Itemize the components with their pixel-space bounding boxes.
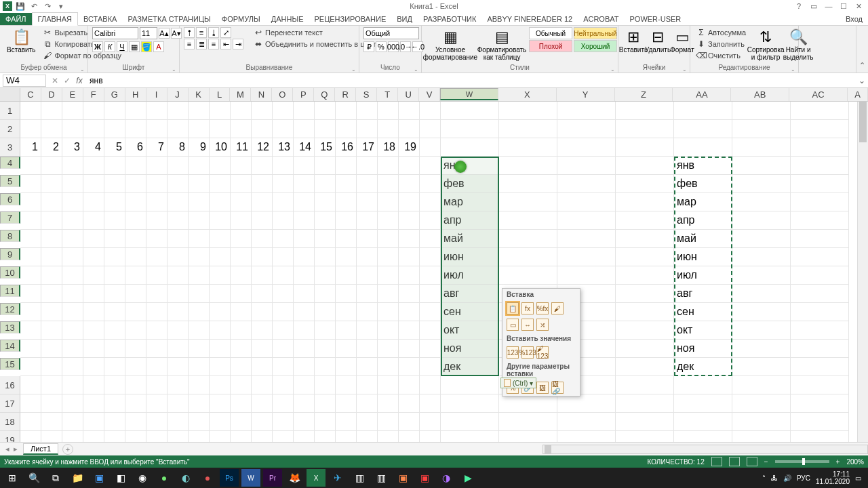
cell[interactable] [315,157,336,175]
cell[interactable] [357,321,378,340]
cell[interactable] [231,211,252,230]
cell[interactable] [557,431,616,442]
col-header-S[interactable]: S [356,88,377,101]
cell[interactable] [273,102,294,120]
cell[interactable] [616,376,674,394]
cell[interactable] [616,394,674,413]
cell[interactable]: 19 [399,138,420,157]
cell[interactable] [83,376,104,394]
cell[interactable] [616,303,674,321]
cell[interactable] [441,120,499,138]
cell[interactable] [20,230,41,248]
conditional-formatting-button[interactable]: ▦Условное форматирование [426,27,475,62]
tray-expand-icon[interactable]: ˄ [762,474,766,482]
cell[interactable] [146,394,167,413]
cancel-formula-icon[interactable]: ✕ [49,76,61,85]
cell[interactable] [210,321,231,340]
cell[interactable] [62,102,83,120]
app-icon-8[interactable]: ▣ [393,469,412,487]
cell[interactable] [399,394,420,413]
cell[interactable] [420,175,441,193]
tab-developer[interactable]: РАЗРАБОТЧИК [418,13,481,25]
col-header-L[interactable]: L [210,88,231,101]
cell[interactable] [315,120,336,138]
paste-option-keep-widths[interactable]: ↔ [521,319,534,331]
cell[interactable] [315,413,336,431]
cell[interactable] [294,230,315,248]
cell[interactable] [41,394,62,413]
cell[interactable] [616,248,674,266]
cell[interactable] [231,230,252,248]
tray-volume-icon[interactable]: 🔊 [783,474,791,482]
cell[interactable] [557,248,616,266]
col-header-R[interactable]: R [335,88,356,101]
cell[interactable] [83,340,104,358]
cell[interactable] [791,211,849,230]
cell[interactable] [732,120,791,138]
cell[interactable] [41,376,62,394]
cell[interactable] [294,340,315,358]
cell[interactable] [674,120,732,138]
cell[interactable] [420,120,441,138]
cell[interactable] [189,266,210,285]
cell[interactable] [315,376,336,394]
cell[interactable] [441,394,499,413]
cell[interactable] [336,413,357,431]
cell[interactable] [378,193,399,211]
cell[interactable] [167,248,189,266]
cell[interactable] [441,431,499,442]
cell[interactable] [378,285,399,303]
cell[interactable] [378,102,399,120]
cell[interactable] [791,230,849,248]
cell[interactable] [189,193,210,211]
cell[interactable] [499,266,557,285]
cell[interactable] [104,248,125,266]
cell[interactable] [420,102,441,120]
cell[interactable] [420,138,441,157]
cell[interactable] [399,321,420,340]
cell[interactable]: июн [441,248,499,266]
cell[interactable] [732,266,791,285]
app-icon-4[interactable]: ◐ [176,469,195,487]
cell[interactable] [315,394,336,413]
cell[interactable]: мар [441,193,499,211]
cell[interactable] [104,102,125,120]
cell[interactable] [189,358,210,376]
cell[interactable] [315,285,336,303]
cell[interactable] [210,340,231,358]
cell[interactable] [125,248,146,266]
cell[interactable] [294,285,315,303]
col-header-T[interactable]: T [377,88,398,101]
cell[interactable] [252,102,273,120]
cell[interactable]: 2 [41,138,62,157]
indent-inc-icon[interactable]: ⇥ [233,39,243,49]
cell[interactable] [499,230,557,248]
row-header-11[interactable]: 11 [0,285,20,297]
paste-button[interactable]: 📋 Вставить [4,27,38,55]
italic-button[interactable]: К [104,41,115,52]
cell[interactable] [336,340,357,358]
cell[interactable] [273,120,294,138]
percent-icon[interactable]: % [376,41,387,52]
col-header-AC[interactable]: AC [789,88,848,101]
zoom-level[interactable]: 200% [846,458,864,466]
align-right-icon[interactable]: ≡ [208,39,219,49]
cell[interactable] [231,175,252,193]
col-header-G[interactable]: G [104,88,125,101]
cell[interactable] [732,340,791,358]
cell[interactable]: дек [441,358,499,376]
cell[interactable] [557,102,616,120]
cell[interactable] [616,413,674,431]
cell[interactable] [399,211,420,230]
cell[interactable]: 8 [167,138,189,157]
cell[interactable] [252,413,273,431]
cell[interactable] [20,157,41,175]
cell[interactable] [189,175,210,193]
cell[interactable] [336,321,357,340]
cell[interactable] [167,376,189,394]
cell[interactable] [231,266,252,285]
cell[interactable] [125,303,146,321]
cell[interactable] [273,248,294,266]
cell[interactable] [420,157,441,175]
fill-button[interactable]: ⬇Заполнить [694,39,748,49]
